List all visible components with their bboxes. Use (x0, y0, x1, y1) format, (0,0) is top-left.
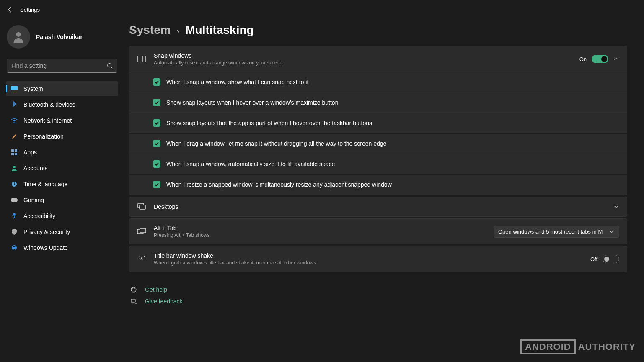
sidebar-item-time-language[interactable]: Time & language (6, 177, 118, 192)
watermark-boxed: ANDROID (520, 339, 576, 354)
svg-rect-6 (11, 153, 14, 155)
snap-option-label: When I snap a window, show what I can sn… (166, 79, 308, 85)
avatar (7, 25, 30, 49)
sidebar-item-label: Time & language (23, 181, 67, 187)
apps-icon (11, 149, 18, 156)
sidebar-item-windows-update[interactable]: Windows Update (6, 240, 118, 255)
back-icon[interactable] (7, 6, 13, 13)
sidebar-item-network-internet[interactable]: Network & internet (6, 113, 118, 128)
sidebar-item-label: Accounts (23, 165, 48, 172)
gamepad-icon (11, 197, 18, 203)
sidebar-item-gaming[interactable]: Gaming (6, 193, 118, 208)
snap-windows-header[interactable]: Snap windows Automatically resize and ar… (129, 46, 627, 72)
snap-option-label: When I resize a snapped window, simultan… (166, 181, 392, 188)
get-help-link[interactable]: Get help (129, 284, 627, 295)
user-block[interactable]: Palash Volvoikar (6, 23, 118, 56)
sidebar-item-accessibility[interactable]: Accessibility (6, 208, 118, 223)
user-name: Palash Volvoikar (36, 33, 83, 40)
snap-option[interactable]: Show snap layouts that the app is part o… (129, 113, 627, 134)
clock-icon (11, 181, 18, 187)
shake-subtitle: When I grab a window's title bar and sha… (154, 260, 583, 266)
breadcrumb-parent[interactable]: System (129, 23, 171, 37)
checkbox[interactable] (153, 119, 160, 127)
search-icon (107, 63, 113, 69)
snap-option-label: When I snap a window, automatically size… (166, 161, 335, 167)
sidebar-item-label: Personalization (23, 133, 64, 140)
checkbox[interactable] (153, 160, 160, 168)
sidebar-item-label: Accessibility (23, 213, 55, 219)
search-input[interactable]: Find a setting (7, 59, 117, 73)
chevron-down-icon[interactable] (613, 204, 619, 210)
svg-rect-19 (140, 228, 146, 233)
feedback-icon (129, 298, 138, 305)
sidebar-item-label: Network & internet (23, 117, 72, 124)
svg-point-1 (108, 64, 111, 67)
chevron-up-icon[interactable] (613, 56, 619, 62)
snap-option[interactable]: When I resize a snapped window, simultan… (129, 175, 627, 195)
chevron-down-icon (609, 228, 615, 234)
alt-tab-selected: Open windows and 5 most recent tabs in M (498, 228, 603, 235)
sidebar-item-apps[interactable]: Apps (6, 145, 118, 160)
shake-state-label: Off (590, 256, 597, 262)
snap-option[interactable]: When I drag a window, let me snap it wit… (129, 134, 627, 154)
help-icon (129, 286, 138, 293)
accessibility-icon (11, 213, 18, 219)
alt-tab-dropdown[interactable]: Open windows and 5 most recent tabs in M (494, 226, 619, 238)
snap-state-label: On (579, 56, 587, 62)
svg-point-8 (13, 166, 16, 168)
snap-windows-card: Snap windows Automatically resize and ar… (129, 46, 627, 195)
alt-tab-card: Alt + Tab Pressing Alt + Tab shows Open … (129, 218, 627, 244)
get-help-label: Get help (145, 286, 167, 293)
sidebar-item-privacy-security[interactable]: Privacy & security (6, 224, 118, 239)
checkbox[interactable] (153, 181, 160, 188)
snap-options-list: When I snap a window, show what I can sn… (129, 72, 627, 195)
sidebar-item-label: Bluetooth & devices (23, 101, 75, 108)
svg-rect-10 (11, 198, 18, 202)
sidebar-item-label: Gaming (23, 197, 44, 203)
bluetooth-icon (11, 101, 18, 108)
snap-toggle[interactable] (592, 55, 608, 63)
sidebar-item-label: Privacy & security (23, 228, 70, 235)
sidebar-item-system[interactable]: System (6, 81, 118, 96)
snap-option[interactable]: When I snap a window, automatically size… (129, 154, 627, 175)
titlebar: Settings (0, 0, 644, 19)
checkbox[interactable] (153, 99, 160, 106)
snap-title: Snap windows (154, 52, 572, 59)
checkbox[interactable] (153, 78, 160, 86)
give-feedback-link[interactable]: Give feedback (129, 295, 627, 307)
chevron-right-icon: › (177, 26, 180, 36)
snap-subtitle: Automatically resize and arrange windows… (154, 60, 572, 66)
svg-rect-5 (15, 149, 17, 152)
help-links: Get help Give feedback (129, 284, 627, 307)
content-area: System › Multitasking Snap windows Autom… (122, 19, 644, 362)
sidebar-item-personalization[interactable]: Personalization (6, 129, 118, 144)
desktops-icon (137, 203, 146, 211)
desktops-card[interactable]: Desktops (129, 197, 627, 217)
svg-rect-2 (11, 86, 18, 90)
sidebar-item-label: System (23, 85, 43, 92)
update-icon (11, 244, 18, 251)
shield-icon (11, 228, 18, 235)
wifi-icon (11, 117, 18, 124)
breadcrumb: System › Multitasking (129, 23, 627, 37)
brush-icon (11, 133, 18, 140)
alt-tab-subtitle: Pressing Alt + Tab shows (154, 232, 486, 238)
shake-toggle[interactable] (603, 255, 619, 263)
sidebar-item-accounts[interactable]: Accounts (6, 161, 118, 176)
checkbox[interactable] (153, 140, 160, 147)
sidebar-item-bluetooth-devices[interactable]: Bluetooth & devices (6, 97, 118, 112)
svg-rect-4 (11, 149, 14, 152)
snap-option[interactable]: Show snap layouts when I hover over a wi… (129, 92, 627, 113)
monitor-icon (11, 85, 18, 92)
svg-rect-3 (13, 91, 16, 91)
sidebar-item-label: Apps (23, 149, 37, 156)
search-placeholder: Find a setting (11, 62, 47, 69)
page-title: Multitasking (185, 23, 253, 37)
alt-tab-icon (137, 228, 146, 235)
give-feedback-label: Give feedback (145, 298, 183, 305)
desktops-title: Desktops (154, 203, 606, 210)
snap-option[interactable]: When I snap a window, show what I can sn… (129, 72, 627, 92)
svg-point-0 (16, 32, 21, 37)
person-icon (11, 165, 18, 172)
shake-icon (137, 255, 146, 263)
